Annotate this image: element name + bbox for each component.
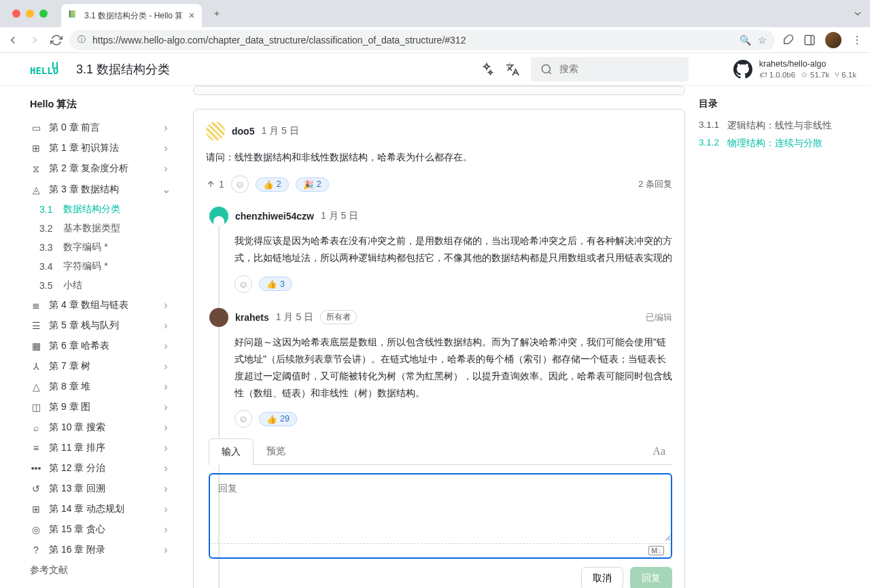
sidebar-subsection[interactable]: 3.1数据结构分类 xyxy=(39,200,171,219)
sidebar-subsection[interactable]: 3.4字符编码 * xyxy=(39,257,171,276)
browser-tab-active[interactable]: 📗 3.1 数据结构分类 - Hello 算 ✕ xyxy=(61,4,202,27)
site-logo[interactable]: HELLO xyxy=(30,60,63,78)
editor-tab-write[interactable]: 输入 xyxy=(209,438,254,465)
chevron-right-icon: › xyxy=(160,381,171,393)
sidebar-chapter[interactable]: ◬第 3 章 数据结构⌄ xyxy=(30,179,171,200)
svg-line-9 xyxy=(549,71,551,73)
sidebar-references[interactable]: 参考文献 xyxy=(30,560,171,581)
profile-avatar[interactable] xyxy=(825,32,841,48)
sidebar-subsection[interactable]: 3.2基本数据类型 xyxy=(39,219,171,238)
reaction-party[interactable]: 🎉2 xyxy=(296,177,329,192)
add-reaction-button[interactable]: ☺ xyxy=(234,410,252,428)
sidebar-chapter[interactable]: ⊞第 14 章 动态规划› xyxy=(30,499,171,519)
maximize-window-button[interactable] xyxy=(39,10,48,18)
sidebar-chapter[interactable]: ⅄第 7 章 树› xyxy=(30,356,171,377)
chevron-right-icon: › xyxy=(160,142,171,154)
sidebar-chapter[interactable]: ≡第 11 章 排序› xyxy=(30,438,171,458)
chevron-right-icon: › xyxy=(160,401,171,413)
editor-tab-preview[interactable]: 预览 xyxy=(254,438,298,464)
reaction-thumbs-up[interactable]: 👍2 xyxy=(256,177,289,192)
add-reaction-button[interactable]: ☺ xyxy=(231,175,249,193)
side-panel-icon[interactable] xyxy=(803,34,816,46)
page-title: 3.1 数据结构分类 xyxy=(76,61,170,77)
toc-item[interactable]: 3.1.2物理结构：连续与分散 xyxy=(699,135,856,152)
main-content: doo5 1 月 5 日 请问：线性数据结构和非线性数据结构，哈希表为什么都存在… xyxy=(179,86,699,588)
toc-label: 物理结构：连续与分散 xyxy=(727,137,822,150)
bookmark-icon[interactable]: ☆ xyxy=(758,35,767,46)
chapter-icon: ▭ xyxy=(30,122,42,133)
chapter-icon: ••• xyxy=(30,463,42,474)
reload-button[interactable] xyxy=(50,34,63,46)
sidebar-chapter[interactable]: ◫第 9 章 图› xyxy=(30,397,171,417)
sidebar-chapter[interactable]: ?第 16 章 附录› xyxy=(30,540,171,560)
chapter-label: 第 12 章 分治 xyxy=(49,462,105,474)
sidebar-chapter[interactable]: ▦第 6 章 哈希表› xyxy=(30,336,171,356)
comment-avatar[interactable] xyxy=(206,122,225,141)
github-repo-link[interactable]: krahets/hello-algo 🏷 1.0.0b6 ☆ 51.7k ⑂ 6… xyxy=(733,59,856,80)
upvote-button[interactable]: 1 xyxy=(206,179,224,190)
sidebar-chapter[interactable]: ☰第 5 章 栈与队列› xyxy=(30,315,171,336)
reply-avatar[interactable] xyxy=(209,308,228,327)
chapter-label: 第 8 章 堆 xyxy=(49,381,90,393)
search-icon xyxy=(540,63,553,75)
sidebar-chapter[interactable]: ≣第 4 章 数组与链表› xyxy=(30,295,171,315)
chrome-tab-strip: 📗 3.1 数据结构分类 - Hello 算 ✕ ＋ xyxy=(0,0,870,27)
reply-date: 1 月 5 日 xyxy=(321,210,358,222)
sidebar-chapter[interactable]: ⧖第 2 章 复杂度分析› xyxy=(30,158,171,179)
text-format-icon[interactable]: Aa xyxy=(652,445,672,457)
sidebar-chapter[interactable]: ⌕第 10 章 搜索› xyxy=(30,417,171,438)
sidebar-subsection[interactable]: 3.5小结 xyxy=(39,276,171,295)
sidebar-chapter[interactable]: ◎第 15 章 贪心› xyxy=(30,519,171,540)
reply-count[interactable]: 2 条回复 xyxy=(638,178,672,190)
new-tab-button[interactable]: ＋ xyxy=(207,4,226,23)
reaction-thumbs-up[interactable]: 👍3 xyxy=(259,277,292,291)
submit-reply-button[interactable]: 回复 xyxy=(630,567,672,588)
language-icon[interactable] xyxy=(505,62,520,77)
site-info-icon[interactable]: ⓘ xyxy=(77,34,86,46)
sidebar-chapter[interactable]: ▭第 0 章 前言› xyxy=(30,118,171,138)
chapter-label: 第 15 章 贪心 xyxy=(49,523,105,536)
sidebar-chapter[interactable]: ↺第 13 章 回溯› xyxy=(30,479,171,499)
chevron-right-icon: › xyxy=(160,421,171,434)
address-bar[interactable]: ⓘ https://www.hello-algo.com/chapter_dat… xyxy=(69,30,775,50)
add-reaction-button[interactable]: ☺ xyxy=(234,275,252,293)
cancel-button[interactable]: 取消 xyxy=(581,567,623,588)
reply-body: 我觉得应该是因为哈希表在没有冲突之前，是用数组存储的，当出现哈希冲突之后，有各种… xyxy=(234,232,672,266)
reply-author[interactable]: krahets xyxy=(235,312,269,323)
reply-author[interactable]: chenzhiwei54czw xyxy=(235,211,314,222)
sidebar-chapter[interactable]: △第 8 章 堆› xyxy=(30,377,171,397)
back-button[interactable] xyxy=(7,34,19,46)
sidebar-chapter[interactable]: ⊞第 1 章 初识算法› xyxy=(30,138,171,158)
theme-toggle-icon[interactable] xyxy=(479,62,494,77)
reply-avatar[interactable] xyxy=(209,207,228,226)
menu-icon[interactable] xyxy=(851,34,863,46)
close-tab-icon[interactable]: ✕ xyxy=(188,11,195,20)
comment-body: 请问：线性数据结构和非线性数据结构，哈希表为什么都存在。 xyxy=(206,149,672,166)
chevron-right-icon: › xyxy=(160,360,171,373)
chevron-right-icon: › xyxy=(160,122,171,134)
toc-item[interactable]: 3.1.1逻辑结构：线性与非线性 xyxy=(699,117,856,135)
chevron-right-icon: › xyxy=(160,319,171,332)
markdown-hint-icon[interactable]: M↓ xyxy=(210,543,671,557)
zoom-icon[interactable]: 🔍 xyxy=(740,35,751,46)
chevron-right-icon: › xyxy=(160,442,171,454)
chapter-label: 第 0 章 前言 xyxy=(49,122,100,134)
close-window-button[interactable] xyxy=(12,10,20,18)
chapter-icon: ⊞ xyxy=(30,504,42,515)
reaction-thumbs-up[interactable]: 👍29 xyxy=(259,412,297,426)
chapter-label: 第 14 章 动态规划 xyxy=(49,503,124,515)
sidebar-chapter[interactable]: •••第 12 章 分治› xyxy=(30,458,171,479)
comment-author[interactable]: doo5 xyxy=(232,126,254,137)
chapter-label: 第 11 章 排序 xyxy=(49,442,105,454)
chapter-icon: ☰ xyxy=(30,320,42,331)
tab-dropdown-icon[interactable] xyxy=(852,8,863,19)
minimize-window-button[interactable] xyxy=(26,10,34,18)
extensions-icon[interactable] xyxy=(782,34,794,46)
chapter-icon: ▦ xyxy=(30,341,42,351)
table-of-contents: 目录 3.1.1逻辑结构：线性与非线性3.1.2物理结构：连续与分散 xyxy=(699,86,870,588)
search-box[interactable]: 搜索 xyxy=(531,57,689,82)
reply-textarea[interactable] xyxy=(210,474,671,541)
sidebar-subsection[interactable]: 3.3数字编码 * xyxy=(39,238,171,257)
browser-toolbar: ⓘ https://www.hello-algo.com/chapter_dat… xyxy=(0,27,870,53)
forward-button[interactable] xyxy=(29,34,41,46)
